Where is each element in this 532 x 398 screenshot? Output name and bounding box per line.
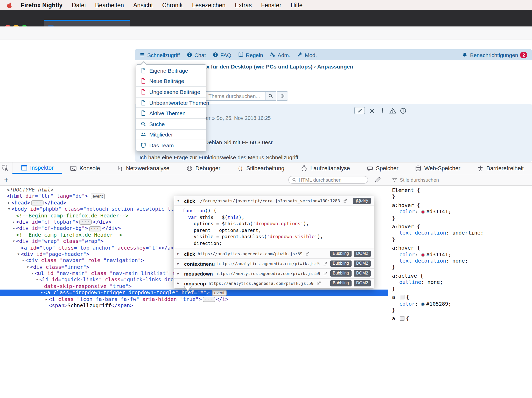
devtools-tab-laufzeitanalyse[interactable]: Laufzeitanalyse xyxy=(293,162,358,174)
event-listener-row[interactable]: ▸mousedownhttps://analytics.agenedia.com… xyxy=(174,268,374,278)
css-declaration[interactable]: outline: none; xyxy=(392,279,532,286)
event-source-link[interactable]: https://analytics.agenedia.com/piwik.js:… xyxy=(215,271,320,276)
twisty-icon[interactable]: ▸ xyxy=(7,200,11,206)
event-source-link[interactable]: …/forum/assets/javascript/core.js?assets… xyxy=(198,198,340,203)
twisty-icon[interactable]: ▾ xyxy=(11,238,16,245)
menubar-item-fenster[interactable]: Fenster xyxy=(261,2,281,8)
post-action-info-sm-icon[interactable] xyxy=(400,107,407,114)
devtools-tab-web-speicher[interactable]: Web-Speicher xyxy=(407,162,469,174)
topic-search-input[interactable]: Thema durchsuchen... xyxy=(205,91,265,101)
markup-line[interactable]: <!DOCTYPE html> xyxy=(0,187,388,193)
menubar-item-extras[interactable]: Extras xyxy=(235,2,252,8)
twisty-icon[interactable]: ▸ xyxy=(177,252,181,256)
inline-ellipsis-button[interactable]: ··· xyxy=(80,219,92,225)
event-listener-row[interactable]: ▾click…/forum/assets/javascript/core.js?… xyxy=(174,196,374,205)
twisty-icon[interactable]: ▾ xyxy=(177,199,181,203)
dropdown-item[interactable]: Neue Beiträge xyxy=(136,76,206,86)
css-selector[interactable]: a:hover { xyxy=(392,245,532,252)
css-selector[interactable]: Element { xyxy=(392,187,532,194)
event-source-link[interactable]: https://analytics.agenedia.com/piwik.js:… xyxy=(198,251,303,256)
event-listener-row[interactable]: ▸contextmenuhttps://analytics.agenedia.c… xyxy=(174,258,374,268)
markup-line[interactable]: ▸<i class="icon fa-bars fa-fw" aria-hidd… xyxy=(0,296,388,303)
css-declaration[interactable]: text-decoration: underline; xyxy=(392,230,532,237)
dropdown-item[interactable]: Das Team xyxy=(136,140,206,150)
devtools-tab-speicher[interactable]: Speicher xyxy=(358,162,407,174)
css-declaration[interactable]: color: #d31141; xyxy=(392,251,532,258)
markup-line[interactable]: <span>Schnellzugriff</span> xyxy=(0,303,388,309)
post-action-warning-icon[interactable] xyxy=(389,107,396,114)
event-source-link[interactable]: https://analytics.agenedia.com/piwik.js:… xyxy=(217,261,320,266)
css-selector[interactable]: a { xyxy=(392,316,532,322)
inline-ellipsis-button[interactable]: ··· xyxy=(31,200,43,205)
devtools-tab-inspektor[interactable]: Inspektor xyxy=(12,162,62,174)
color-swatch[interactable] xyxy=(421,210,425,214)
search-button[interactable] xyxy=(265,91,276,101)
menubar-item-ansicht[interactable]: Ansicht xyxy=(133,2,153,8)
twisty-icon[interactable]: ▾ xyxy=(16,251,21,258)
markup-line-selected[interactable]: ▾<a class="dropdown-trigger dropdown-tog… xyxy=(0,290,388,296)
edit-icon[interactable] xyxy=(374,176,381,183)
twisty-icon[interactable]: ▾ xyxy=(30,270,35,277)
post-action-exclam-icon[interactable] xyxy=(379,107,386,114)
twisty-icon[interactable]: ▸ xyxy=(177,281,181,285)
dropdown-item[interactable]: Unbeantwortete Themen xyxy=(136,97,206,108)
twisty-icon[interactable]: ▾ xyxy=(35,277,39,283)
css-selector[interactable]: a:active { xyxy=(392,273,532,279)
forum-nav-adm-[interactable]: Adm. xyxy=(270,52,290,58)
twisty-icon[interactable]: ▸ xyxy=(44,296,49,303)
style-filter-input[interactable]: Stile durchsuchen xyxy=(388,174,532,186)
twisty-icon[interactable]: ▾ xyxy=(7,206,11,212)
menubar-item-bearbeiten[interactable]: Bearbeiten xyxy=(95,2,124,8)
css-declaration[interactable]: color: #d31141; xyxy=(392,209,532,215)
forum-nav-chat[interactable]: ?Chat xyxy=(187,52,206,58)
advanced-search-button[interactable] xyxy=(277,91,288,101)
devtools-tab-konsole[interactable]: Konsole xyxy=(62,162,108,174)
menubar-item-datei[interactable]: Datei xyxy=(72,2,86,8)
forum-nav-regeln[interactable]: Regeln xyxy=(238,52,263,58)
apple-menu-icon[interactable] xyxy=(6,1,12,9)
color-swatch[interactable] xyxy=(421,253,425,257)
twisty-icon[interactable]: ▸ xyxy=(177,262,181,266)
dropdown-item[interactable]: Aktive Themen xyxy=(136,108,206,118)
event-listener-row[interactable]: ▸mouseuphttps://analytics.agenedia.com/p… xyxy=(174,278,374,288)
css-selector[interactable]: a { xyxy=(392,294,532,301)
post-action-close-x-icon[interactable] xyxy=(369,107,375,114)
twisty-icon[interactable]: ▾ xyxy=(25,264,30,270)
event-listener-row[interactable]: ▸clickhttps://analytics.agenedia.com/piw… xyxy=(174,249,374,258)
dropdown-item[interactable]: Suche xyxy=(136,118,206,129)
forum-nav-schnellzugriff[interactable]: Schnellzugriff xyxy=(139,52,180,58)
menubar-item-firefox-nightly[interactable]: Firefox Nightly xyxy=(21,2,62,8)
dropdown-item[interactable]: Ungelesene Beiträge xyxy=(136,86,206,97)
forum-nav-mod-[interactable]: Mod. xyxy=(297,52,317,58)
event-source-link[interactable]: https://analytics.agenedia.com/piwik.js:… xyxy=(208,281,313,286)
css-selector[interactable]: a:hover { xyxy=(392,224,532,230)
event-badge[interactable]: event xyxy=(90,194,105,199)
breadcrumb[interactable]: x für den Desktop (wie PCs und Laptops) … xyxy=(206,63,353,70)
color-swatch[interactable] xyxy=(421,302,425,306)
inline-ellipsis-button[interactable]: ··· xyxy=(89,226,101,231)
devtools-tab-debugger[interactable]: Debugger xyxy=(178,162,229,174)
menubar-item-lesezeichen[interactable]: Lesezeichen xyxy=(192,2,226,8)
devtools-tab-netzwerkanalyse[interactable]: Netzwerkanalyse xyxy=(108,162,178,174)
dropdown-item[interactable]: Mitglieder xyxy=(136,129,206,140)
twisty-icon[interactable]: ▾ xyxy=(39,290,44,296)
twisty-icon[interactable]: ▸ xyxy=(11,219,16,225)
event-badge[interactable]: event xyxy=(212,290,226,296)
create-new-node-button[interactable]: + xyxy=(4,175,8,184)
css-declaration[interactable]: text-decoration: none; xyxy=(392,258,532,264)
css-declaration[interactable]: color: #105289; xyxy=(392,301,532,307)
forum-nav-faq[interactable]: ?FAQ xyxy=(213,52,231,58)
inline-ellipsis-button[interactable]: ··· xyxy=(203,297,215,302)
menubar-item-hilfe[interactable]: Hilfe xyxy=(291,2,303,8)
post-action-pencil-icon[interactable] xyxy=(354,107,365,114)
css-selector[interactable]: a:hover { xyxy=(392,202,532,209)
html-search-input[interactable]: HTML durchsuchen xyxy=(288,176,368,184)
notifications-link[interactable]: Benachrichtigungen 2 xyxy=(462,52,527,58)
twisty-icon[interactable]: ▸ xyxy=(11,225,16,232)
twisty-icon[interactable]: ▸ xyxy=(177,271,181,276)
dropdown-item[interactable]: Eigene Beiträge xyxy=(136,65,206,76)
node-picker-button[interactable] xyxy=(0,162,12,174)
devtools-tab-stilbearbeitung[interactable]: {}Stilbearbeitung xyxy=(229,162,293,174)
twisty-icon[interactable]: ▾ xyxy=(21,258,25,264)
devtools-tab-barrierefreiheit[interactable]: Barrierefreiheit xyxy=(469,162,532,174)
